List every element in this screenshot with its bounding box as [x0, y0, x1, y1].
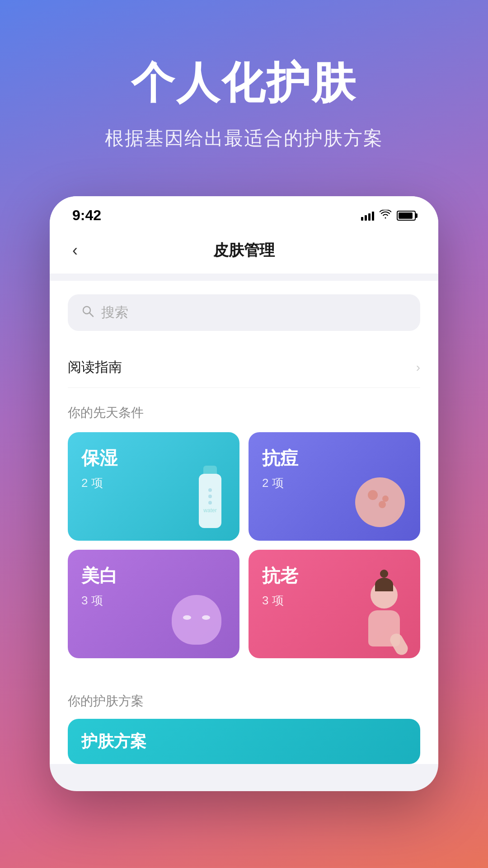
card-acne-title: 抗痘 — [262, 446, 407, 471]
reading-guide-label: 阅读指南 — [68, 358, 122, 377]
card-whitening-title: 美白 — [81, 563, 226, 588]
hero-section: 个人化护肤 根据基因给出最适合的护肤方案 — [0, 0, 488, 178]
content-area: 搜索 阅读指南 › 你的先天条件 保湿 2 项 — [50, 281, 438, 688]
search-placeholder-text: 搜索 — [101, 303, 128, 322]
card-antiaging[interactable]: 抗老 3 项 — [249, 550, 420, 658]
acne-face-illustration — [355, 477, 409, 532]
plan-card-title: 护肤方案 — [81, 731, 146, 753]
hero-subtitle: 根据基因给出最适合的护肤方案 — [27, 126, 461, 151]
innate-section-title: 你的先天条件 — [68, 404, 420, 421]
battery-icon — [397, 211, 416, 221]
hero-title: 个人化护肤 — [27, 54, 461, 113]
plan-section: 你的护肤方案 护肤方案 — [50, 688, 438, 764]
phone-frame: 9:42 ‹ 皮肤管理 — [50, 196, 438, 791]
chevron-right-icon: › — [416, 360, 420, 375]
nav-bar: ‹ 皮肤管理 — [50, 231, 438, 274]
search-bar[interactable]: 搜索 — [68, 294, 420, 331]
plan-card[interactable]: 护肤方案 — [68, 719, 420, 764]
reading-guide-row[interactable]: 阅读指南 › — [68, 347, 420, 388]
page-title: 皮肤管理 — [213, 240, 275, 261]
cards-grid: 保湿 2 项 water 抗痘 — [68, 432, 420, 658]
svg-line-1 — [89, 313, 93, 316]
person-illustration — [357, 581, 411, 658]
wifi-icon — [380, 210, 391, 222]
back-button[interactable]: ‹ — [72, 241, 78, 260]
search-icon — [81, 305, 94, 321]
status-icons — [361, 210, 416, 222]
signal-icon — [361, 211, 374, 221]
card-acne[interactable]: 抗痘 2 项 — [249, 432, 420, 541]
card-whitening[interactable]: 美白 3 项 — [68, 550, 239, 658]
status-bar: 9:42 — [50, 196, 438, 231]
card-moisturize[interactable]: 保湿 2 项 water — [68, 432, 239, 541]
status-time: 9:42 — [72, 207, 101, 224]
bottle-illustration: water — [194, 466, 226, 533]
plan-section-title: 你的护肤方案 — [68, 688, 420, 710]
mask-illustration — [172, 595, 230, 654]
